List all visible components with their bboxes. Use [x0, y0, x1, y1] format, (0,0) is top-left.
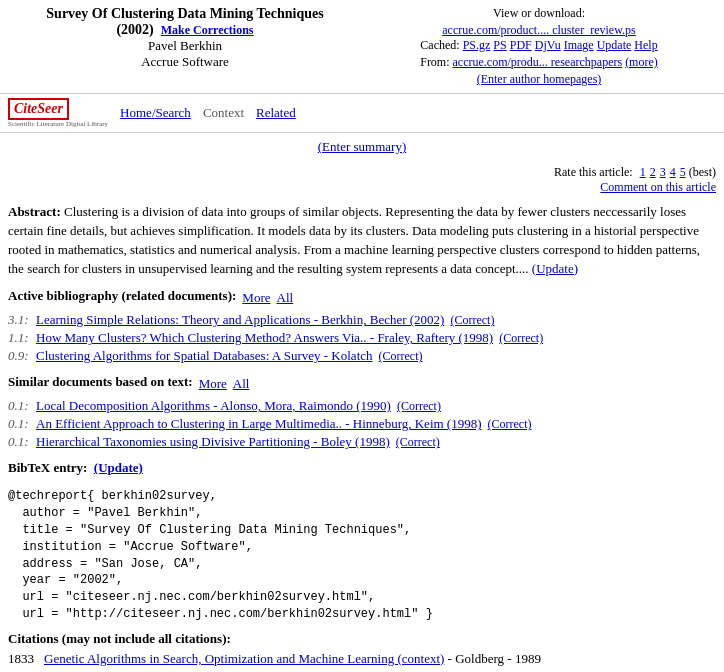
title-text: Survey Of Clustering Data Mining Techniq… [46, 6, 323, 21]
bibtex-section: BibTeX entry: (Update) @techreport{ berk… [8, 460, 716, 622]
nav-related[interactable]: Related [256, 105, 296, 121]
abstract-text: Clustering is a division of data into gr… [8, 204, 700, 276]
abstract-update[interactable]: (Update) [532, 261, 578, 276]
cached-pdf[interactable]: PDF [510, 38, 532, 52]
paper-title: Survey Of Clustering Data Mining Techniq… [8, 6, 362, 38]
citations-section: Citations (may not include all citations… [8, 631, 716, 672]
active-bib-item-1: 3.1: Learning Simple Relations: Theory a… [8, 312, 716, 328]
abstract-label: Abstract: [8, 204, 61, 219]
more-link[interactable]: (more) [625, 55, 658, 69]
active-bib-more[interactable]: More [242, 290, 270, 306]
rate-1[interactable]: 1 [640, 165, 646, 180]
enter-summary-section: (Enter summary) [0, 133, 724, 161]
nav-links: Home/Search Context Related [120, 105, 296, 121]
nav-bar: CiteSeer Scientific Literature Digital L… [0, 94, 724, 133]
comment-link[interactable]: Comment on this article [600, 180, 716, 194]
cached-update[interactable]: Update [597, 38, 632, 52]
citation-item-1: 1833 Genetic Algorithms in Search, Optim… [8, 651, 716, 667]
author-homepages-link[interactable]: (Enter author homepages) [477, 72, 602, 86]
active-bib-correct-2[interactable]: (Correct) [499, 331, 543, 345]
citation-rest-1: - Goldberg - 1989 [448, 651, 541, 666]
rate-5[interactable]: 5 [680, 165, 686, 180]
cached-ps[interactable]: PS [493, 38, 506, 52]
author-line: Pavel Berkhin [8, 38, 362, 54]
from-link[interactable]: accrue.com/produ... researchpapers [453, 55, 623, 69]
affiliation-line: Accrue Software [8, 54, 362, 70]
cached-line: Cached: PS.gz PS PDF DjVu Image Update H… [362, 38, 716, 53]
active-bib-item-2: 1.1: How Many Clusters? Which Clustering… [8, 330, 716, 346]
from-line: From: accrue.com/produ... researchpapers… [362, 55, 716, 70]
similar-doc-correct-1[interactable]: (Correct) [397, 399, 441, 413]
similar-doc-link-2[interactable]: An Efficient Approach to Clustering in L… [36, 416, 482, 431]
similar-docs-more[interactable]: More [199, 376, 227, 392]
citation-link-1[interactable]: Genetic Algorithms in Search, Optimizati… [44, 651, 444, 666]
year-text: (2002) [116, 22, 153, 37]
top-section: Survey Of Clustering Data Mining Techniq… [0, 0, 724, 94]
abstract-section: Abstract: Clustering is a division of da… [8, 203, 716, 278]
logo-text: CiteSeer [14, 101, 63, 116]
active-bib-all[interactable]: All [277, 290, 294, 306]
rate-numbers: 1 2 3 4 5 [640, 165, 686, 180]
main-content: Abstract: Clustering is a division of da… [0, 199, 724, 672]
cached-help[interactable]: Help [634, 38, 657, 52]
download-anchor[interactable]: accrue.com/product.... cluster_review.ps [442, 23, 635, 37]
nav-home-search[interactable]: Home/Search [120, 105, 191, 121]
similar-doc-item-2: 0.1: An Efficient Approach to Clustering… [8, 416, 716, 432]
active-bib-header: Active bibliography (related documents):… [8, 288, 716, 308]
enter-summary-link[interactable]: (Enter summary) [318, 139, 406, 154]
bibtex-label: BibTeX entry: [8, 460, 87, 475]
active-bib-item-3: 0.9: Clustering Algorithms for Spatial D… [8, 348, 716, 364]
paper-info: Survey Of Clustering Data Mining Techniq… [8, 6, 362, 87]
similar-doc-item-3: 0.1: Hierarchical Taxonomies using Divis… [8, 434, 716, 450]
similar-doc-correct-2[interactable]: (Correct) [488, 417, 532, 431]
similar-docs-title: Similar documents based on text: [8, 374, 193, 390]
rate-section: Rate this article: 1 2 3 4 5 (best) Comm… [546, 161, 724, 199]
logo-box: CiteSeer [8, 98, 69, 120]
from-label: From: [420, 55, 449, 69]
cached-psgz[interactable]: PS.gz [463, 38, 491, 52]
cached-label: Cached: [420, 38, 459, 52]
similar-docs-header: Similar documents based on text: More Al… [8, 374, 716, 394]
bibtex-update-link[interactable]: (Update) [94, 460, 143, 475]
cached-djvu[interactable]: DjVu [535, 38, 561, 52]
rate-2[interactable]: 2 [650, 165, 656, 180]
active-bib-correct-3[interactable]: (Correct) [379, 349, 423, 363]
active-bib-correct-1[interactable]: (Correct) [450, 313, 494, 327]
active-bib-link-3[interactable]: Clustering Algorithms for Spatial Databa… [36, 348, 373, 363]
rate-best: (best) [689, 165, 716, 179]
similar-docs-all[interactable]: All [233, 376, 250, 392]
active-bib-link-2[interactable]: How Many Clusters? Which Clustering Meth… [36, 330, 493, 345]
bibtex-title-line: BibTeX entry: (Update) [8, 460, 716, 476]
similar-documents-section: Similar documents based on text: More Al… [8, 374, 716, 450]
rate-label: Rate this article: [554, 165, 633, 179]
similar-doc-correct-3[interactable]: (Correct) [396, 435, 440, 449]
download-section: View or download: accrue.com/product....… [362, 6, 716, 87]
active-bib-title: Active bibliography (related documents): [8, 288, 236, 304]
bibtex-code: @techreport{ berkhin02survey, author = "… [8, 488, 716, 622]
make-corrections-link[interactable]: Make Corrections [161, 23, 254, 37]
download-link[interactable]: accrue.com/product.... cluster_review.ps [362, 23, 716, 38]
citeseer-logo: CiteSeer Scientific Literature Digital L… [8, 98, 108, 128]
logo-tagline: Scientific Literature Digital Library [8, 120, 108, 128]
similar-doc-link-1[interactable]: Local Decomposition Algorithms - Alonso,… [36, 398, 391, 413]
similar-doc-link-3[interactable]: Hierarchical Taxonomies using Divisive P… [36, 434, 390, 449]
active-bib-link-1[interactable]: Learning Simple Relations: Theory and Ap… [36, 312, 444, 327]
rate-4[interactable]: 4 [670, 165, 676, 180]
author-homepages[interactable]: (Enter author homepages) [362, 72, 716, 87]
citations-title: Citations (may not include all citations… [8, 631, 716, 647]
cached-image[interactable]: Image [564, 38, 594, 52]
view-download-label: View or download: [362, 6, 716, 21]
similar-doc-item-1: 0.1: Local Decomposition Algorithms - Al… [8, 398, 716, 414]
rate-3[interactable]: 3 [660, 165, 666, 180]
nav-context: Context [203, 105, 244, 121]
bibtex-spacer [8, 480, 716, 488]
active-bibliography-section: Active bibliography (related documents):… [8, 288, 716, 364]
